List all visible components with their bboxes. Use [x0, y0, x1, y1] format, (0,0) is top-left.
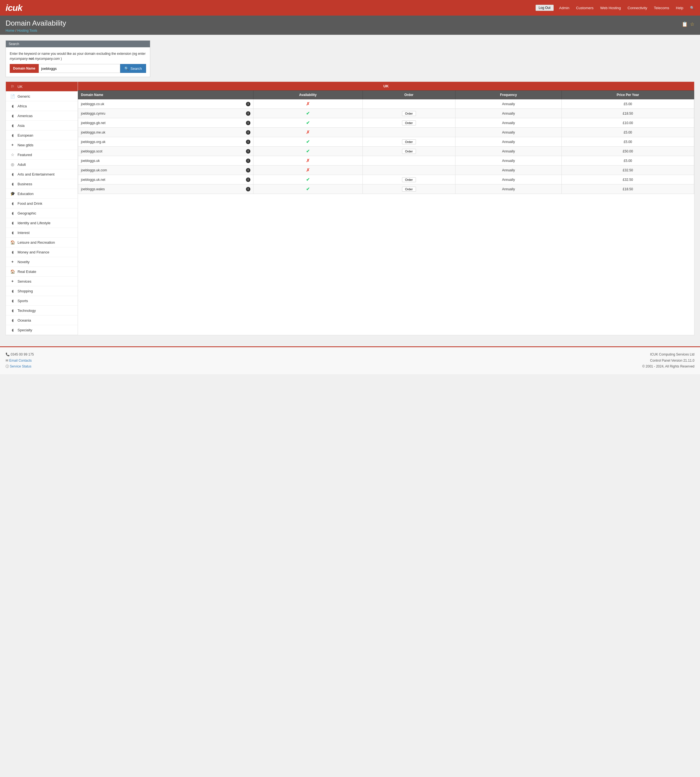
- sidebar-label-business: Business: [18, 182, 32, 186]
- sidebar-item-education[interactable]: 🎓Education: [6, 189, 78, 198]
- breadcrumb-home[interactable]: Home: [5, 28, 15, 33]
- domain-text: joebloggs.scot: [81, 149, 102, 153]
- order-cell: Order: [363, 185, 455, 194]
- order-button[interactable]: Order: [402, 149, 416, 154]
- sidebar-item-realestate[interactable]: 🏠Real Estate: [6, 267, 78, 277]
- table-row: joebloggs.gb.net i ✔OrderAnnually£10.00: [78, 118, 694, 128]
- order-cell: [363, 156, 455, 165]
- sidebar-item-business[interactable]: ◖Business: [6, 179, 78, 189]
- table-row: joebloggs.uk.net i ✔OrderAnnually£32.50: [78, 175, 694, 185]
- availability-cell: ✗: [253, 165, 363, 175]
- sidebar-item-sports[interactable]: ◖Sports: [6, 296, 78, 306]
- breadcrumb-hosting-tools[interactable]: Hosting Tools: [17, 28, 37, 33]
- availability-cell: ✔: [253, 109, 363, 118]
- frequency-cell: Annually: [455, 147, 562, 156]
- info-icon[interactable]: i: [246, 158, 250, 163]
- frequency-cell: Annually: [455, 185, 562, 194]
- frequency-cell: Annually: [455, 128, 562, 137]
- footer-email: ✉ Email Contacts: [5, 358, 34, 364]
- nav-webhosting[interactable]: Web Hosting: [600, 6, 621, 10]
- frequency-cell: Annually: [455, 99, 562, 109]
- sidebar-item-identity[interactable]: ◖Identity and Lifestyle: [6, 218, 78, 228]
- info-icon[interactable]: i: [246, 187, 250, 192]
- sidebar-item-uk[interactable]: ⚐UK: [6, 82, 78, 92]
- sidebar-item-interest[interactable]: ◖Interest: [6, 228, 78, 238]
- leisure-icon: 🏠: [10, 240, 15, 245]
- asia-icon: ◖: [10, 123, 15, 128]
- sidebar-item-services[interactable]: ✦Services: [6, 277, 78, 286]
- service-status-link[interactable]: Service Status: [10, 364, 31, 368]
- sidebar-item-americas[interactable]: ◖Americas: [6, 111, 78, 121]
- sidebar-label-uk: UK: [18, 85, 23, 89]
- sidebar-item-leisure[interactable]: 🏠Leisure and Recreation: [6, 238, 78, 247]
- sidebar-label-generic: Generic: [18, 94, 30, 98]
- hint-end: ): [61, 57, 62, 61]
- available-no-icon: ✗: [306, 168, 310, 172]
- geographic-icon: ◖: [10, 211, 15, 215]
- order-button[interactable]: Order: [402, 139, 416, 144]
- domain-name-input[interactable]: [39, 64, 120, 73]
- price-cell: £32.50: [562, 175, 694, 185]
- sidebar-item-featured[interactable]: ☆Featured: [6, 150, 78, 160]
- info-icon[interactable]: i: [246, 111, 250, 116]
- footer-left: 📞 0345 00 99 175 ✉ Email Contacts ⓘ Serv…: [5, 352, 34, 370]
- sidebar-item-european[interactable]: ◖European: [6, 130, 78, 140]
- sports-icon: ◖: [10, 298, 15, 303]
- nav-admin[interactable]: Admin: [559, 6, 570, 10]
- sidebar-item-new-gtlds[interactable]: ✦New gtlds: [6, 140, 78, 150]
- order-button[interactable]: Order: [402, 111, 416, 116]
- availability-cell: ✗: [253, 156, 363, 165]
- availability-cell: ✔: [253, 147, 363, 156]
- sidebar-item-arts[interactable]: ◖Arts and Entertainment: [6, 169, 78, 179]
- info-icon[interactable]: i: [246, 102, 250, 106]
- email-contacts-link[interactable]: Email Contacts: [9, 358, 32, 362]
- table-section-title: UK: [78, 82, 694, 90]
- order-button[interactable]: Order: [402, 187, 416, 192]
- nav-customers[interactable]: Customers: [576, 6, 593, 10]
- arts-icon: ◖: [10, 172, 15, 177]
- domain-name-cell: joebloggs.wales i: [78, 185, 253, 194]
- sidebar-label-sports: Sports: [18, 299, 28, 303]
- sidebar-item-africa[interactable]: ◖Africa: [6, 101, 78, 111]
- order-button[interactable]: Order: [402, 177, 416, 182]
- order-button[interactable]: Order: [402, 120, 416, 125]
- sidebar-item-money[interactable]: ◖Money and Finance: [6, 247, 78, 257]
- nav-connectivity[interactable]: Connectivity: [628, 6, 647, 10]
- footer-copyright: © 2001 - 2024, All Rights Reserved: [642, 363, 695, 370]
- logout-button[interactable]: Log Out: [535, 5, 554, 11]
- info-icon[interactable]: i: [246, 168, 250, 172]
- business-icon: ◖: [10, 182, 15, 186]
- sidebar-item-geographic[interactable]: ◖Geographic: [6, 208, 78, 218]
- copy-icon[interactable]: 📋: [682, 21, 688, 27]
- sidebar-item-novelty[interactable]: ✦Novelty: [6, 257, 78, 267]
- nav-search-icon[interactable]: 🔍: [690, 6, 695, 10]
- star-icon[interactable]: ☆: [690, 21, 695, 27]
- availability-cell: ✔: [253, 118, 363, 128]
- sidebar-item-shopping[interactable]: ◖Shopping: [6, 286, 78, 296]
- info-icon[interactable]: i: [246, 149, 250, 153]
- info-icon[interactable]: i: [246, 130, 250, 135]
- search-button[interactable]: 🔍 Search: [120, 64, 146, 73]
- new-gtlds-icon: ✦: [10, 143, 15, 147]
- search-form: Domain Name 🔍 Search: [10, 64, 146, 73]
- sidebar-item-specialty[interactable]: ◖Specialty: [6, 325, 78, 335]
- info-icon[interactable]: i: [246, 121, 250, 125]
- sidebar-item-generic[interactable]: 📄Generic: [6, 92, 78, 101]
- sidebar-item-oceania[interactable]: ◖Oceania: [6, 315, 78, 325]
- domain-name-cell: joebloggs.me.uk i: [78, 128, 253, 137]
- americas-icon: ◖: [10, 113, 15, 118]
- availability-cell: ✗: [253, 128, 363, 137]
- sub-header: Domain Availability Home / Hosting Tools…: [0, 16, 700, 35]
- nav-help[interactable]: Help: [676, 6, 683, 10]
- info-icon[interactable]: i: [246, 177, 250, 182]
- sidebar-item-food[interactable]: ◖Food and Drink: [6, 198, 78, 208]
- technology-icon: ◖: [10, 308, 15, 313]
- sidebar-item-asia[interactable]: ◖Asia: [6, 121, 78, 130]
- info-icon[interactable]: i: [246, 140, 250, 144]
- sidebar-item-adult[interactable]: ◎Adult: [6, 160, 78, 169]
- sidebar-label-services: Services: [18, 279, 32, 283]
- nav-telecoms[interactable]: Telecoms: [654, 6, 669, 10]
- sidebar-label-asia: Asia: [18, 123, 25, 128]
- sidebar-item-technology[interactable]: ◖Technology: [6, 306, 78, 315]
- sidebar-label-adult: Adult: [18, 162, 26, 167]
